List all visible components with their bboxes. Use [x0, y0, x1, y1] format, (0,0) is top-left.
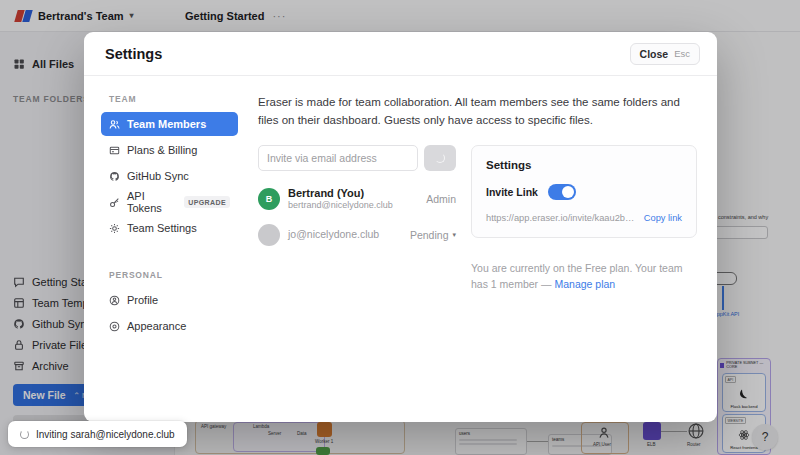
invite-link-label: Invite Link	[486, 186, 538, 198]
modal-body: TEAM Team Members Plans & Billing	[84, 76, 717, 422]
close-button[interactable]: Close Esc	[630, 43, 700, 65]
gear-icon	[109, 223, 120, 234]
member-role: Admin	[426, 193, 456, 205]
app-root: Bertrand's Team ▾ Getting Started ··· Al…	[0, 0, 800, 455]
team-members-panel: Eraser is made for team collaboration. A…	[258, 94, 697, 422]
card-title: Settings	[486, 159, 682, 171]
toast-message: Inviting sarah@nicelydone.club	[36, 429, 175, 440]
nav-item-team-settings[interactable]: Team Settings	[101, 216, 238, 240]
chevron-down-icon: ▾	[452, 231, 456, 239]
invite-link-toggle[interactable]	[548, 184, 576, 200]
settings-nav: TEAM Team Members Plans & Billing	[101, 94, 238, 422]
esc-shortcut: Esc	[674, 48, 690, 59]
member-list: B Bertrand (You) bertrand@nicelydone.clu…	[258, 187, 456, 246]
appearance-icon	[109, 321, 120, 332]
copy-link-button[interactable]: Copy link	[644, 213, 682, 223]
avatar: B	[258, 188, 280, 210]
nav-personal-label: PERSONAL	[109, 270, 238, 280]
member-row-bertrand: B Bertrand (You) bertrand@nicelydone.clu…	[258, 187, 456, 212]
nav-team-label: TEAM	[109, 94, 238, 104]
settings-column: Settings Invite Link https://app.eraser.…	[471, 145, 697, 293]
plan-note: You are currently on the Free plan. Your…	[471, 260, 697, 293]
invite-email-input[interactable]	[258, 145, 418, 171]
nav-item-plans-billing[interactable]: Plans & Billing	[101, 138, 238, 162]
send-invite-button[interactable]	[424, 145, 456, 171]
profile-icon	[109, 295, 120, 306]
invite-row	[258, 145, 456, 171]
modal-title: Settings	[105, 46, 162, 62]
nav-item-api-tokens[interactable]: API Tokens UPGRADE	[101, 190, 238, 214]
member-role-dropdown[interactable]: Pending ▾	[410, 229, 456, 241]
nav-item-team-members[interactable]: Team Members	[101, 112, 238, 136]
panel-description: Eraser is made for team collaboration. A…	[258, 94, 697, 130]
settings-modal: Settings Close Esc TEAM Team Members	[84, 32, 717, 422]
billing-card-icon	[109, 145, 120, 156]
member-email: jo@nicelydone.club	[288, 228, 379, 242]
members-column: B Bertrand (You) bertrand@nicelydone.clu…	[258, 145, 456, 293]
key-icon	[109, 197, 120, 208]
invite-settings-card: Settings Invite Link https://app.eraser.…	[471, 145, 697, 238]
nav-item-github-sync[interactable]: GitHub Sync	[101, 164, 238, 188]
invite-url: https://app.eraser.io/invite/kaau2b5HHd4…	[486, 213, 638, 223]
spinner-icon	[435, 153, 445, 163]
member-email: bertrand@nicelydone.club	[288, 200, 393, 212]
github-icon	[109, 171, 120, 182]
nav-item-profile[interactable]: Profile	[101, 288, 238, 312]
member-row-jo: jo@nicelydone.club Pending ▾	[258, 224, 456, 246]
nav-item-appearance[interactable]: Appearance	[101, 314, 238, 338]
users-icon	[109, 119, 120, 130]
manage-plan-link[interactable]: Manage plan	[554, 278, 615, 290]
member-name: Bertrand (You)	[288, 187, 393, 201]
modal-header: Settings Close Esc	[84, 32, 717, 76]
inviting-toast: Inviting sarah@nicelydone.club	[8, 421, 187, 447]
upgrade-badge: UPGRADE	[184, 196, 230, 208]
avatar	[258, 224, 280, 246]
spinner-icon	[20, 430, 29, 439]
